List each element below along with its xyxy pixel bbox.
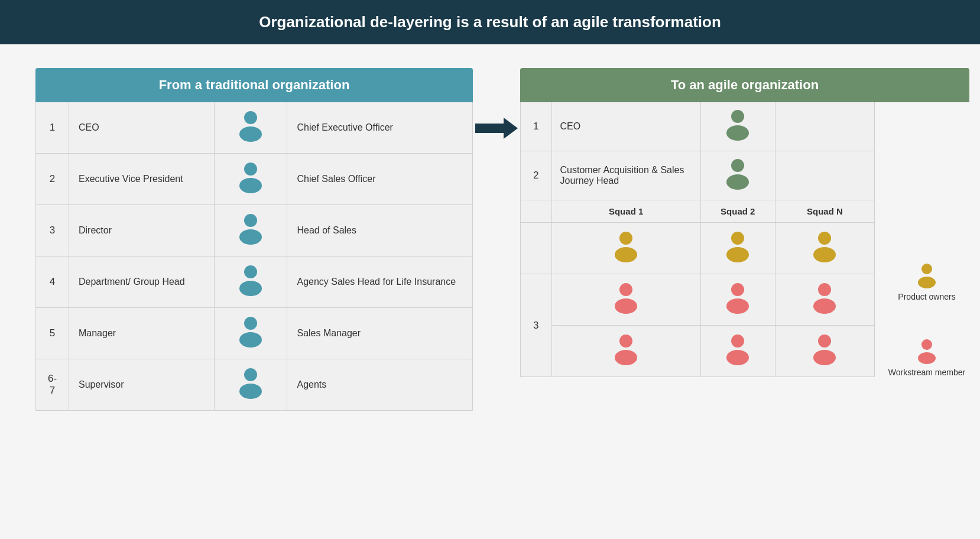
role-title: Chief Sales Officer bbox=[287, 154, 473, 205]
svg-point-24 bbox=[615, 298, 637, 314]
agile-num-2: 2 bbox=[521, 151, 552, 200]
traditional-header-label: From a traditional organization bbox=[159, 77, 350, 92]
role-title: Agency Sales Head for Life Insurance bbox=[287, 256, 473, 308]
squad1-ws2 bbox=[551, 326, 700, 377]
svg-point-23 bbox=[619, 283, 632, 296]
product-owner-label: Product owners bbox=[898, 292, 955, 301]
svg-point-9 bbox=[239, 332, 262, 348]
main-content: From a traditional organization 1 CEO Ch… bbox=[0, 44, 980, 434]
table-row: 4 Department/ Group Head Agency Sales He… bbox=[36, 256, 473, 308]
squad1-ws1 bbox=[551, 274, 700, 326]
person-icon-cell bbox=[215, 359, 287, 411]
role-title: Chief Executive Officer bbox=[287, 102, 473, 154]
agile-icon-ceo bbox=[700, 102, 775, 151]
row-number: 3 bbox=[36, 205, 69, 256]
svg-point-22 bbox=[813, 247, 836, 262]
person-icon-cell bbox=[215, 154, 287, 205]
svg-point-17 bbox=[619, 232, 632, 245]
row-number: 5 bbox=[36, 308, 69, 359]
squad2-ws2 bbox=[700, 326, 775, 377]
svg-point-3 bbox=[239, 178, 262, 193]
svg-point-10 bbox=[244, 368, 257, 381]
role-name: Department/ Group Head bbox=[69, 256, 214, 308]
svg-point-35 bbox=[921, 264, 932, 274]
table-row: 6-7 Supervisor Agents bbox=[36, 359, 473, 411]
svg-point-1 bbox=[239, 126, 262, 142]
workstream-label: Workstream member bbox=[888, 368, 965, 377]
person-icon-cell bbox=[215, 205, 287, 256]
svg-point-33 bbox=[818, 335, 831, 348]
agile-role-ceo: CEO bbox=[551, 102, 700, 151]
agile-header: To an agile organization bbox=[520, 68, 969, 102]
agile-num-blank2 bbox=[521, 223, 552, 274]
svg-point-18 bbox=[615, 247, 637, 262]
product-owner-row bbox=[521, 223, 875, 274]
svg-point-28 bbox=[813, 298, 836, 314]
agile-empty bbox=[775, 102, 874, 151]
svg-point-36 bbox=[918, 277, 936, 288]
header-bar: Organizational de-layering is a result o… bbox=[0, 0, 980, 44]
squad2-header: Squad 2 bbox=[700, 200, 775, 223]
person-icon-cell bbox=[215, 256, 287, 308]
agile-empty-2 bbox=[775, 151, 874, 200]
page-wrapper: Organizational de-layering is a result o… bbox=[0, 0, 980, 434]
svg-point-32 bbox=[726, 350, 749, 365]
person-icon-cell bbox=[215, 308, 287, 359]
svg-point-38 bbox=[918, 352, 936, 364]
svg-point-13 bbox=[731, 110, 744, 123]
traditional-section: From a traditional organization 1 CEO Ch… bbox=[35, 68, 473, 411]
agile-num-blank bbox=[521, 200, 552, 223]
role-name: Supervisor bbox=[69, 359, 214, 411]
table-row: 2 Executive Vice President Chief Sales O… bbox=[36, 154, 473, 205]
row-number: 1 bbox=[36, 102, 69, 154]
svg-point-2 bbox=[244, 163, 257, 176]
svg-point-7 bbox=[239, 281, 262, 296]
svg-point-30 bbox=[615, 350, 637, 365]
svg-point-11 bbox=[239, 384, 262, 399]
svg-point-20 bbox=[726, 247, 749, 262]
product-owner-legend: Product owners bbox=[884, 261, 969, 301]
role-title: Agents bbox=[287, 359, 473, 411]
agile-num-3: 3 bbox=[521, 274, 552, 377]
agile-content: 1 CEO 2 Customer Acquisition & Sales Jou… bbox=[520, 102, 969, 377]
svg-point-14 bbox=[726, 125, 749, 141]
role-name: CEO bbox=[69, 102, 214, 154]
squad1-header: Squad 1 bbox=[551, 200, 700, 223]
svg-point-25 bbox=[731, 283, 744, 296]
svg-point-0 bbox=[244, 111, 257, 124]
svg-point-8 bbox=[244, 317, 257, 330]
role-name: Executive Vice President bbox=[69, 154, 214, 205]
table-row: 3 Director Head of Sales bbox=[36, 205, 473, 256]
arrow-icon bbox=[475, 115, 518, 141]
workstream-legend: Workstream member bbox=[884, 337, 969, 377]
row-number: 4 bbox=[36, 256, 69, 308]
role-title: Sales Manager bbox=[287, 308, 473, 359]
squadN-po bbox=[775, 223, 874, 274]
svg-point-34 bbox=[813, 350, 836, 365]
traditional-table: 1 CEO Chief Executive Officer 2 Executiv… bbox=[35, 102, 473, 411]
table-row: 1 CEO Chief Executive Officer bbox=[36, 102, 473, 154]
row-number: 2 bbox=[36, 154, 69, 205]
agile-icon-ca bbox=[700, 151, 775, 200]
person-icon-cell bbox=[215, 102, 287, 154]
agile-table: 1 CEO 2 Customer Acquisition & Sales Jou… bbox=[520, 102, 875, 377]
table-row: 5 Manager Sales Manager bbox=[36, 308, 473, 359]
squad2-po bbox=[700, 223, 775, 274]
squadN-header: Squad N bbox=[775, 200, 874, 223]
arrow-section bbox=[473, 68, 520, 141]
svg-point-15 bbox=[731, 159, 744, 172]
svg-point-21 bbox=[818, 232, 831, 245]
squad2-ws1 bbox=[700, 274, 775, 326]
legend-section: Product owners Workstream member bbox=[875, 249, 969, 377]
svg-point-4 bbox=[244, 214, 257, 227]
svg-point-27 bbox=[818, 283, 831, 296]
role-title: Head of Sales bbox=[287, 205, 473, 256]
svg-point-16 bbox=[726, 174, 749, 190]
svg-point-29 bbox=[619, 335, 632, 348]
squad1-po bbox=[551, 223, 700, 274]
agile-num-1: 1 bbox=[521, 102, 552, 151]
workstream-row-2 bbox=[521, 326, 875, 377]
squadN-ws1 bbox=[775, 274, 874, 326]
row-number: 6-7 bbox=[36, 359, 69, 411]
role-name: Director bbox=[69, 205, 214, 256]
